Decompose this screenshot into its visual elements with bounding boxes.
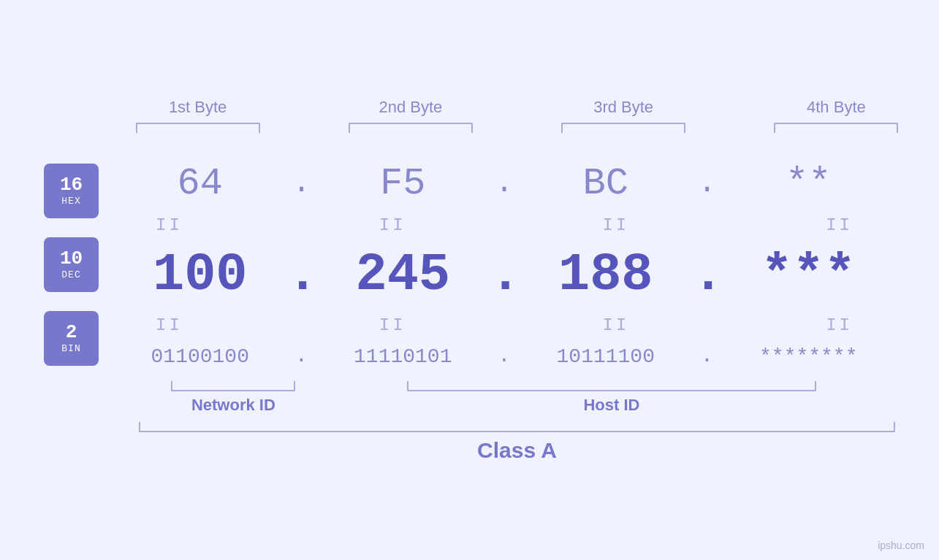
byte1-header: 1st Byte: [91, 98, 304, 123]
dec-val3: 188: [519, 245, 693, 305]
byte4-header: 4th Byte: [730, 98, 939, 123]
dec-base-number: 10: [60, 249, 83, 268]
bin-val4: ********: [722, 345, 896, 368]
hex-dot2: .: [490, 168, 519, 199]
dec-badge: 10 DEC: [44, 237, 99, 292]
values-area: 64 . F5 . BC . ** II II: [113, 155, 895, 375]
equals-row2: II II II II: [113, 312, 895, 338]
bin-row: 01100100 . 11110101 . 10111100 . *******…: [113, 338, 895, 375]
hex-badge: 16 HEX: [44, 164, 99, 218]
network-id-bracket-line: [171, 381, 295, 391]
dec-val2: 245: [316, 245, 490, 305]
eq2-4: II: [783, 315, 895, 335]
bracket2-top: [349, 123, 473, 133]
hex-dot1: .: [287, 168, 316, 199]
class-label: Class A: [477, 438, 557, 463]
byte2-header: 2nd Byte: [304, 98, 517, 123]
bin-val1: 01100100: [113, 345, 287, 368]
bracket2-cell: [304, 123, 517, 133]
eq1-4: II: [783, 215, 895, 235]
hex-val2: F5: [316, 162, 490, 205]
network-id-bracket: Network ID: [139, 381, 328, 415]
network-id-label: Network ID: [191, 396, 275, 415]
hex-val4: **: [722, 162, 896, 205]
dec-dot2: .: [490, 249, 519, 302]
dec-dot3: .: [693, 249, 722, 302]
class-bracket-line: [139, 422, 895, 432]
hex-base-number: 16: [60, 175, 83, 194]
bracket4-cell: [730, 123, 939, 133]
dec-val4: ***: [722, 245, 896, 305]
bracket3-top: [561, 123, 685, 133]
hex-dot3: .: [693, 168, 722, 199]
eq1-1: II: [113, 215, 225, 235]
bracket1-cell: [91, 123, 304, 133]
bracket3-cell: [517, 123, 730, 133]
hex-base-label: HEX: [61, 196, 80, 207]
host-id-label: Host ID: [583, 396, 639, 415]
eq2-2: II: [337, 315, 449, 335]
bracket4-top: [774, 123, 898, 133]
main-grid: 16 HEX 10 DEC 2 BIN 64 . F5: [44, 155, 895, 375]
hex-val1: 64: [113, 162, 287, 205]
dec-dot1: .: [287, 249, 316, 302]
bin-val3: 10111100: [519, 345, 693, 368]
dec-val1: 100: [113, 245, 287, 305]
eq2-3: II: [560, 315, 672, 335]
eq1-2: II: [337, 215, 449, 235]
bin-base-number: 2: [66, 323, 77, 342]
host-id-bracket: Host ID: [328, 381, 895, 415]
eq2-1: II: [113, 315, 225, 335]
class-section: Class A: [139, 422, 895, 463]
dec-base-label: DEC: [61, 269, 80, 280]
bin-badge: 2 BIN: [44, 311, 99, 366]
bin-dot3: .: [693, 346, 722, 367]
top-brackets-row: [91, 123, 939, 133]
bin-base-label: BIN: [61, 343, 80, 354]
equals-row1: II II II II: [113, 212, 895, 238]
hex-row: 64 . F5 . BC . **: [113, 155, 895, 212]
main-container: 1st Byte 2nd Byte 3rd Byte 4th Byte 16 H…: [0, 0, 939, 560]
bottom-section: Network ID Host ID Class A: [44, 381, 895, 463]
hex-val3: BC: [519, 162, 693, 205]
bin-dot2: .: [490, 346, 519, 367]
host-id-bracket-line: [407, 381, 816, 391]
byte3-header: 3rd Byte: [517, 98, 730, 123]
dec-row: 100 . 245 . 188 . ***: [113, 238, 895, 312]
watermark: ipshu.com: [878, 540, 924, 551]
byte-headers-row: 1st Byte 2nd Byte 3rd Byte 4th Byte: [91, 98, 939, 123]
eq1-3: II: [560, 215, 672, 235]
bracket-labels-row: Network ID Host ID: [139, 381, 895, 415]
bin-val2: 11110101: [316, 345, 490, 368]
base-labels: 16 HEX 10 DEC 2 BIN: [44, 155, 99, 375]
bracket1-top: [136, 123, 260, 133]
bin-dot1: .: [287, 346, 316, 367]
